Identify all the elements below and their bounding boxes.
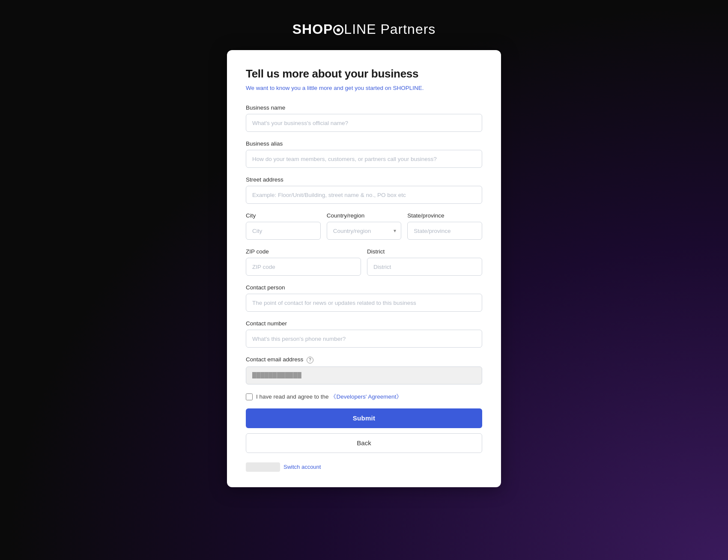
- contact-email-group: Contact email address ?: [246, 356, 482, 384]
- logo-shop-text: SHOP: [292, 21, 333, 37]
- country-region-select[interactable]: Country/region: [327, 222, 402, 240]
- shopline-logo: SHOPLINE Partners: [0, 21, 728, 37]
- card-title: Tell us more about your business: [246, 67, 482, 80]
- contact-email-label-text: Contact email address: [246, 356, 303, 363]
- account-avatar: [246, 462, 280, 472]
- city-group: City: [246, 212, 321, 240]
- district-group: District: [367, 248, 482, 276]
- developers-agreement-link[interactable]: 《Developers' Agreement》: [330, 393, 402, 400]
- contact-person-group: Contact person: [246, 284, 482, 312]
- contact-person-input[interactable]: [246, 294, 482, 312]
- agreement-text-prefix: I have read and agree to the: [256, 393, 330, 400]
- street-address-group: Street address: [246, 176, 482, 204]
- logo-suffix-text: Partners: [376, 21, 436, 37]
- zip-code-input[interactable]: [246, 258, 361, 276]
- district-input[interactable]: [367, 258, 482, 276]
- country-label: Country/region: [327, 212, 402, 219]
- contact-number-group: Contact number: [246, 320, 482, 348]
- back-button[interactable]: Back: [246, 433, 482, 453]
- state-group: State/province: [407, 212, 482, 240]
- switch-account-link[interactable]: Switch account: [283, 464, 321, 470]
- country-select-wrapper: Country/region ▾: [327, 222, 402, 240]
- contact-email-input[interactable]: [246, 366, 482, 384]
- agreement-row: I have read and agree to the 《Developers…: [246, 393, 482, 401]
- street-address-input[interactable]: [246, 186, 482, 204]
- subtitle-brand: SHOPLINE.: [393, 85, 424, 91]
- zip-district-row: ZIP code District: [246, 248, 482, 284]
- subtitle-text: We want to know you a little more and ge…: [246, 85, 393, 91]
- zip-label: ZIP code: [246, 248, 361, 255]
- help-icon[interactable]: ?: [307, 357, 313, 363]
- business-alias-label: Business alias: [246, 140, 482, 147]
- agreement-text: I have read and agree to the 《Developers…: [256, 393, 402, 401]
- city-input[interactable]: [246, 222, 321, 240]
- country-group: Country/region Country/region ▾: [327, 212, 402, 240]
- card-subtitle: We want to know you a little more and ge…: [246, 84, 482, 92]
- logo-o-icon: [333, 25, 343, 35]
- business-alias-input[interactable]: [246, 150, 482, 168]
- agreement-checkbox[interactable]: [246, 393, 253, 400]
- business-form-card: Tell us more about your business We want…: [227, 50, 501, 487]
- contact-number-label: Contact number: [246, 320, 482, 327]
- city-country-state-row: City Country/region Country/region ▾ Sta…: [246, 212, 482, 248]
- state-province-input[interactable]: [407, 222, 482, 240]
- city-label: City: [246, 212, 321, 219]
- business-name-input[interactable]: [246, 114, 482, 132]
- submit-button[interactable]: Submit: [246, 408, 482, 428]
- zip-group: ZIP code: [246, 248, 361, 276]
- page-header: SHOPLINE Partners: [0, 13, 728, 50]
- street-address-label: Street address: [246, 176, 482, 183]
- contact-email-label: Contact email address ?: [246, 356, 482, 363]
- business-name-label: Business name: [246, 104, 482, 111]
- business-name-group: Business name: [246, 104, 482, 132]
- district-label: District: [367, 248, 482, 255]
- footer-row: Switch account: [246, 461, 482, 472]
- state-label: State/province: [407, 212, 482, 219]
- contact-number-input[interactable]: [246, 330, 482, 348]
- business-alias-group: Business alias: [246, 140, 482, 168]
- logo-line-text: LINE: [344, 21, 376, 37]
- contact-person-label: Contact person: [246, 284, 482, 291]
